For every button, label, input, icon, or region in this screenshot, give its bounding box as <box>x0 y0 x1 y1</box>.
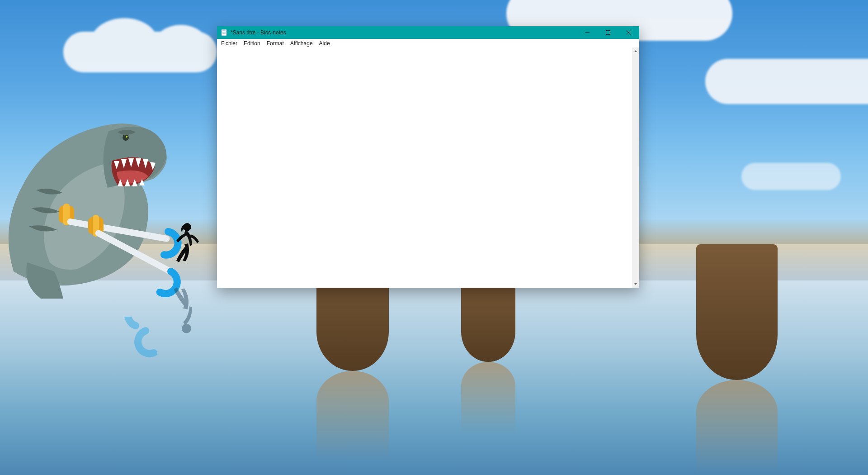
window-title: *Sans titre - Bloc-notes <box>231 29 286 36</box>
menu-aide[interactable]: Aide <box>316 40 333 47</box>
grabber-reflection <box>118 317 172 380</box>
rock-decor <box>696 244 778 380</box>
runner-reflection <box>170 280 201 335</box>
notepad-window: *Sans titre - Bloc-notes Fichier Edition… <box>217 26 639 288</box>
svg-point-19 <box>182 324 191 333</box>
svg-marker-28 <box>634 50 637 52</box>
svg-marker-29 <box>634 283 637 285</box>
svg-point-18 <box>183 223 191 231</box>
cloud-decor <box>741 163 841 190</box>
titlebar[interactable]: *Sans titre - Bloc-notes <box>217 26 639 39</box>
rock-reflection-decor <box>316 371 389 461</box>
svg-point-10 <box>123 134 129 141</box>
maximize-button[interactable] <box>598 26 618 39</box>
scroll-down-icon[interactable] <box>632 280 639 288</box>
notepad-icon <box>221 29 228 36</box>
menu-affichage[interactable]: Affichage <box>287 40 316 47</box>
rock-reflection-decor <box>696 380 778 475</box>
vertical-scrollbar[interactable] <box>632 48 639 288</box>
desktop[interactable]: *Sans titre - Bloc-notes Fichier Edition… <box>0 0 868 475</box>
rock-reflection-decor <box>461 362 515 434</box>
svg-rect-25 <box>606 31 610 35</box>
cloud-decor <box>705 59 868 104</box>
svg-rect-20 <box>222 29 226 36</box>
text-editor[interactable] <box>217 48 632 288</box>
menu-fichier[interactable]: Fichier <box>218 40 241 47</box>
menu-format[interactable]: Format <box>264 40 287 47</box>
scroll-up-icon[interactable] <box>632 48 639 55</box>
cloud-decor <box>63 32 217 72</box>
minimize-button[interactable] <box>577 26 598 39</box>
svg-point-11 <box>126 136 127 138</box>
close-button[interactable] <box>618 26 639 39</box>
editor-area <box>217 48 639 288</box>
runner-illustration <box>173 222 200 276</box>
menu-edition[interactable]: Edition <box>241 40 264 47</box>
menubar: Fichier Edition Format Affichage Aide <box>217 39 639 48</box>
